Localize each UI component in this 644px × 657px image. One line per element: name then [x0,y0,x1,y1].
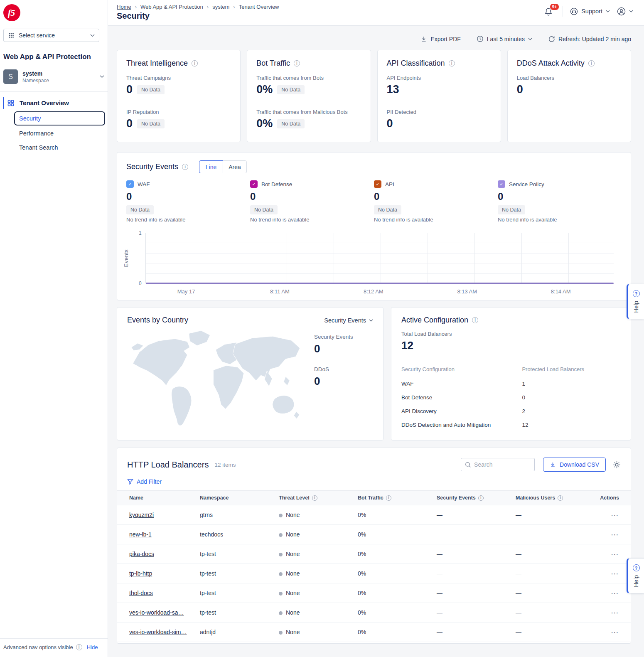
threat-level-dot [279,533,283,537]
x-axis-tick: 8:14 AM [551,288,571,295]
sidebar-item-performance[interactable]: Performance [0,126,108,140]
series-column: ✓ API 0 No Data No trend info is availab… [374,180,498,223]
series-column: ✓ Bot Defense 0 No Data No trend info is… [250,180,374,223]
export-pdf-label: Export PDF [430,36,460,42]
f5-logo[interactable]: f5 [3,4,20,21]
info-icon[interactable]: i [182,164,188,170]
row-actions-button[interactable]: ⋯ [611,569,619,578]
row-actions-button[interactable]: ⋯ [611,589,619,598]
card-api-classification: API Classification i API Endpoints 13 PI… [377,50,501,142]
metric-label: Threat Campaigns [126,75,231,81]
column-header-threat-level[interactable]: Threat Leveli [279,491,358,505]
series-checkbox[interactable]: ✓ [498,180,505,188]
y-axis-label: Events [123,249,129,267]
no-data-badge: No Data [250,205,278,214]
column-header-malicious-users[interactable]: Malicious Usersi [516,491,595,505]
gear-icon[interactable] [613,461,621,469]
active-configuration-title: Active Configuration [401,316,468,325]
info-icon[interactable]: i [76,644,82,650]
card-title: API Classification [387,59,445,68]
row-actions-button[interactable]: ⋯ [611,530,619,539]
namespace-selector[interactable]: S system Namespace [3,69,104,91]
hide-nav-link[interactable]: Hide [87,644,98,650]
info-icon[interactable]: i [312,495,317,501]
no-data-badge: No Data [277,119,305,128]
row-actions-button[interactable]: ⋯ [611,628,619,637]
country-metric-dropdown[interactable]: Security Events [324,317,373,324]
lb-name-link[interactable]: pika-docs [129,551,154,557]
sidebar-item-security[interactable]: Security [14,111,105,125]
notifications-button[interactable]: 9+ [544,5,556,17]
series-checkbox[interactable]: ✓ [374,180,381,188]
download-icon [550,462,556,468]
refresh-button[interactable]: Refresh: Updated 2 min ago [548,35,631,42]
select-service-dropdown[interactable]: Select service [3,29,99,42]
toggle-area-button[interactable]: Area [223,160,247,173]
column-header-namespace[interactable]: Namespace [200,491,279,505]
series-checkbox[interactable]: ✓ [250,180,258,188]
filter-funnel-icon [127,479,133,485]
product-title: Web App & API Protection [3,53,104,61]
metric-label: Traffic that comes from Malicious Bots [256,109,361,115]
x-axis-tick: 8:12 AM [364,288,383,295]
column-header-security-events[interactable]: Security Eventsi [437,491,516,505]
config-name: Bot Defense [401,394,522,401]
threat-level-value: None [286,590,300,596]
malicious-users-value: — [516,583,595,603]
security-events-value: — [437,623,516,642]
breadcrumb-item[interactable]: Tenant Overview [239,4,279,10]
info-icon[interactable]: i [294,60,300,66]
http-load-balancers-card: HTTP Load Balancers 12 items Download CS… [117,448,631,644]
top-bar: Home › Web App & API Protection › system… [108,0,644,26]
info-icon[interactable]: i [386,495,391,501]
help-tab[interactable]: ? Help [627,284,644,319]
threat-level-value: None [286,531,300,538]
info-icon[interactable]: i [449,60,455,66]
series-checkbox[interactable]: ✓ [126,180,134,188]
threat-level-value: None [286,570,300,577]
series-label: WAF [138,181,150,187]
row-actions-button[interactable]: ⋯ [611,608,619,617]
malicious-users-value: — [516,564,595,583]
info-icon[interactable]: i [192,60,198,66]
info-icon[interactable]: i [478,495,484,501]
lb-name-link[interactable]: new-lb-1 [129,531,152,538]
malicious-users-value: — [516,623,595,642]
card-title: DDoS Attack Activity [517,59,585,68]
info-icon[interactable]: i [558,495,563,501]
account-menu[interactable] [617,7,633,16]
row-actions-button[interactable]: ⋯ [611,550,619,559]
row-actions-button[interactable]: ⋯ [611,511,619,519]
lb-name-link[interactable]: tp-lb-http [129,570,152,577]
sidebar-item-tenant-overview[interactable]: Tenant Overview [0,95,108,111]
time-range-dropdown[interactable]: Last 5 minutes [477,35,532,42]
lb-name-link[interactable]: kyquzm2i [129,512,154,518]
search-input[interactable] [474,461,524,468]
support-menu[interactable]: Support [570,7,610,15]
sidebar-item-tenant-search[interactable]: Tenant Search [0,140,108,155]
breadcrumb-item[interactable]: system [212,4,229,10]
add-filter-button[interactable]: Add Filter [117,478,631,485]
breadcrumb-home[interactable]: Home [117,4,131,10]
x-axis-tick: 8:11 AM [270,288,290,295]
help-tab[interactable]: ? Help [627,558,644,593]
export-pdf-button[interactable]: Export PDF [420,36,460,42]
download-csv-button[interactable]: Download CSV [543,458,606,472]
bot-traffic-value: 0% [358,505,437,525]
info-icon[interactable]: i [472,317,478,323]
lb-namespace: tp-test [200,603,279,623]
breadcrumb-item[interactable]: Web App & API Protection [140,4,203,10]
bot-traffic-value: 0% [358,583,437,603]
series-note: No trend info is available [374,217,498,223]
security-events-value: — [437,603,516,623]
bot-traffic-value: 0% [358,623,437,642]
column-header-name[interactable]: Name [117,491,200,505]
info-icon[interactable]: i [588,60,595,66]
lb-name-link[interactable]: ves-io-workload-sim… [129,629,187,635]
metric-value: 0 [387,117,393,130]
lb-name-link[interactable]: thol-docs [129,590,153,596]
toggle-line-button[interactable]: Line [199,160,223,173]
lb-name-link[interactable]: ves-io-workload-sa… [129,609,184,616]
sidebar-item-label: Tenant Overview [20,99,69,106]
column-header-bot-traffic[interactable]: Bot Traffici [358,491,437,505]
